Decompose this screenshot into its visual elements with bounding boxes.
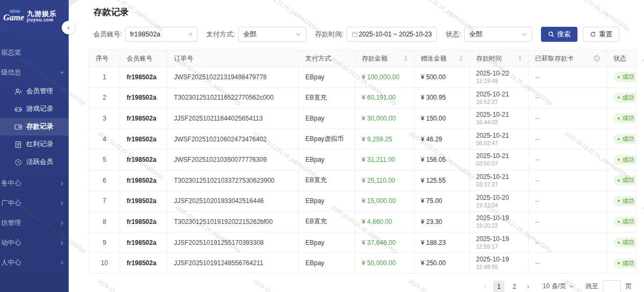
cell-payment-method: EBpay虚拟币 (299, 129, 355, 149)
status-select[interactable]: 全部 (464, 27, 532, 42)
column-header-5[interactable]: 赠送金额 (414, 50, 470, 67)
sidebar-item-label: 坊管理 (1, 219, 21, 228)
cell-order-number: JJSF202510201933042516446 (167, 191, 299, 212)
account-label: 会员账号: (93, 30, 122, 39)
sidebar-collapse-button[interactable]: ‹ (62, 21, 75, 34)
search-button-label: 搜索 (557, 30, 570, 39)
sidebar-item-promotion-center[interactable]: 广中心 (0, 193, 69, 213)
payment-label: 支付方式: (206, 30, 235, 39)
column-header-label: 赠送金额 (421, 54, 447, 63)
chevron-down-icon (521, 31, 528, 38)
sidebar-item-game-records[interactable]: 游戏记录 (0, 100, 69, 118)
cell-bonus-amount: ¥ 125.55 (414, 170, 470, 191)
cell-order-number: T302301251021033727530623900 (167, 170, 299, 191)
filter-bar: 会员账号: fr198502a ✕ 支付方式: 全部 存款时间: 2025-10… (93, 27, 644, 42)
sort-icon[interactable] (518, 56, 522, 61)
column-header-label: 状态 (613, 54, 626, 63)
page-button-1[interactable]: 1 (493, 281, 504, 292)
sidebar-item-finance-center[interactable]: 务中心 (0, 174, 69, 193)
sidebar-item-bonus-records[interactable]: 红利记录 (0, 136, 69, 153)
main-content: 存款记录 会员账号: fr198502a ✕ 支付方式: 全部 存款时间: 20… (69, 0, 644, 292)
cell-account: fr198502a (120, 149, 167, 170)
jump-to-page-input[interactable] (603, 280, 621, 292)
sidebar-item-personal-center[interactable]: 人中心 (0, 253, 69, 273)
sidebar-item-sub-info[interactable]: 级信息 (0, 63, 69, 83)
cell-bonus-amount: ¥ 156.05 (414, 149, 470, 170)
cell-index: 1 (89, 67, 120, 88)
cell-account: fr198502a (120, 253, 167, 274)
cell-deposit-time: 2025-10-1919:20:22 (470, 212, 529, 233)
status-dot-icon (618, 76, 620, 78)
cell-deposit-time: 2025-10-2106:02:47 (470, 129, 529, 149)
column-header-6[interactable]: 存款时间 (470, 50, 529, 67)
status-badge: 成功 (613, 237, 636, 248)
sidebar-item-deposit-records[interactable]: 存款记录 (0, 118, 69, 136)
column-header-label: 存款金额 (362, 54, 387, 63)
cell-deposit-card: -- (529, 232, 607, 253)
sidebar-item-member-management[interactable]: 会员管理 (0, 83, 69, 100)
page-button-2[interactable]: 2 (509, 281, 520, 292)
date-range-picker[interactable]: 2025-10-01 ~ 2025-10-23 (347, 27, 437, 42)
status-dot-icon (618, 179, 620, 182)
cell-deposit-card: -- (529, 212, 607, 233)
cell-deposit-amount: ¥ 100,000.00 (355, 67, 414, 88)
gamepad-icon (14, 105, 22, 113)
status-label: 状态: (445, 30, 460, 39)
cell-index: 3 (89, 108, 120, 129)
column-header-label: 会员账号 (127, 54, 152, 63)
column-header-1: 会员账号 (120, 50, 167, 67)
chevron-down-icon (569, 284, 574, 289)
search-button[interactable]: 搜索 (541, 27, 577, 42)
cell-deposit-time: 2025-10-2019:33:04 (470, 191, 529, 212)
cell-deposit-time: 2025-10-2103:50:07 (470, 149, 529, 170)
table-row: 2fr198502aT30230125102116522770562c000EB… (89, 87, 636, 108)
user-icon (14, 87, 22, 95)
cell-deposit-card: -- (529, 108, 607, 129)
sidebar-item-active-members[interactable]: 活跃会员 (0, 153, 69, 171)
reset-button[interactable]: 重置 (583, 27, 619, 42)
page-size-select[interactable]: 10 条/页 (543, 282, 574, 291)
account-input-value: fr198502a (130, 31, 160, 38)
cell-payment-method: EB直充 (299, 170, 355, 191)
chevron-right-icon (60, 260, 64, 265)
column-header-3: 支付方式 (299, 50, 355, 67)
cell-deposit-amount: ¥ 4,660.00 (355, 212, 414, 233)
cell-payment-method: EBpay (299, 149, 355, 170)
sidebar-nav: 据总览级信息会员管理游戏记录存款记录红利记录活跃会员务中心广中心坊管理动中心人中… (0, 43, 69, 273)
chevron-right-icon (60, 241, 64, 245)
sort-icon[interactable] (404, 56, 407, 61)
table-header-row: 序号会员账号订单号支付方式存款金额赠送金额存款时间已获取存款卡状态 (89, 50, 636, 67)
chevron-down-icon (295, 31, 302, 38)
account-input[interactable]: fr198502a ✕ (125, 27, 197, 42)
reset-icon (590, 31, 596, 38)
clear-input-icon[interactable]: ✕ (188, 31, 193, 38)
cell-payment-method: EBpay (299, 67, 355, 88)
status-badge: 成功 (613, 134, 636, 144)
cell-deposit-amount: ¥ 25,110.00 (355, 170, 414, 191)
sidebar-item-activity-center[interactable]: 动中心 (0, 233, 69, 253)
table-row: 1fr198502aJWSF202510221319498479778EBpay… (89, 67, 636, 88)
cell-deposit-card: -- (529, 170, 607, 191)
status-dot-icon (618, 159, 620, 161)
column-header-7: 已获取存款卡 (529, 50, 607, 67)
sort-icon[interactable] (459, 56, 463, 61)
chevron-down-icon (60, 70, 64, 75)
status-dot-icon (618, 117, 620, 119)
column-header-4[interactable]: 存款金额 (355, 50, 414, 67)
sidebar-item-workshop-management[interactable]: 坊管理 (0, 213, 69, 233)
prev-page-button[interactable]: ‹ (479, 281, 491, 292)
payment-select[interactable]: 全部 (238, 27, 306, 42)
status-dot-icon (618, 262, 620, 264)
cell-deposit-card: -- (529, 87, 607, 108)
cell-deposit-time: 2025-10-1912:55:17 (470, 232, 529, 253)
sidebar-item-label: 广中心 (1, 199, 21, 208)
chevron-right-icon (60, 181, 64, 186)
info-icon[interactable] (594, 55, 600, 62)
table-row: 4fr198502aJWSF202510210602473476402EBpay… (89, 129, 636, 149)
cell-deposit-time: 2025-10-2103:37:27 (470, 170, 529, 191)
next-page-button[interactable]: › (522, 281, 534, 292)
chevron-right-icon (60, 201, 64, 206)
cell-account: fr198502a (120, 232, 167, 253)
cell-account: fr198502a (120, 67, 167, 88)
sidebar-item-data-overview[interactable]: 据总览 (0, 43, 69, 63)
